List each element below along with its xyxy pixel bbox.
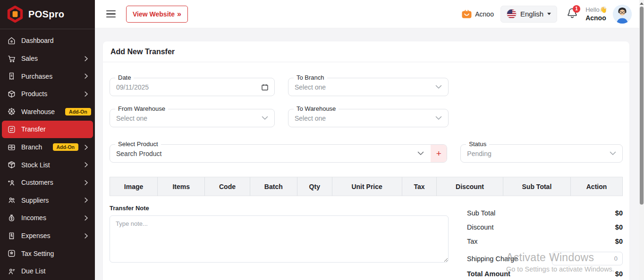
money-bag-icon bbox=[7, 214, 16, 222]
bottom-area: Transfer Note Sub Total $0 Discount $0 T… bbox=[103, 196, 629, 280]
sidebar-item-products[interactable]: Products bbox=[2, 85, 93, 103]
topbar: View Website » Acnoo English bbox=[95, 0, 644, 28]
sidebar: POSpro Dashboard Sales Purchases Product… bbox=[0, 0, 95, 280]
shipping-charge-input[interactable] bbox=[552, 252, 623, 265]
to-branch-select[interactable]: To Branch Select one bbox=[288, 78, 449, 96]
table-header-items: Items bbox=[158, 177, 205, 196]
total-row: Discount $0 bbox=[467, 223, 623, 231]
receipt-icon bbox=[7, 72, 16, 81]
page-title: Add New Transfer bbox=[110, 48, 622, 56]
us-flag-icon bbox=[507, 9, 517, 19]
notifications-button[interactable]: 1 bbox=[567, 7, 579, 21]
sidebar-item-dashboard[interactable]: Dashboard bbox=[2, 32, 93, 50]
scrollbar-up-arrow[interactable] bbox=[640, 2, 644, 5]
chevron-right-icon bbox=[85, 233, 88, 239]
transfer-note-label: Transfer Note bbox=[110, 205, 449, 212]
items-table-header: ImageItemsCodeBatchQtyUnit PriceTaxDisco… bbox=[110, 177, 623, 196]
addon-badge: Add-On bbox=[65, 108, 91, 116]
hamburger-menu-icon[interactable] bbox=[106, 10, 116, 17]
due-list-icon bbox=[7, 267, 16, 276]
total-amount-row: Total Amount $0 bbox=[467, 270, 623, 278]
table-header-action: Action bbox=[571, 177, 623, 196]
main-area: View Website » Acnoo English bbox=[95, 0, 644, 280]
chevron-right-icon bbox=[85, 162, 88, 167]
double-chevron-icon: » bbox=[177, 10, 181, 18]
table-header-code: Code bbox=[205, 177, 250, 196]
dashboard-home-icon bbox=[7, 36, 16, 45]
acnoo-store-icon bbox=[462, 10, 472, 18]
shipping-charge-row: Shipping Charge bbox=[467, 252, 623, 265]
totals-summary: Sub Total $0 Discount $0 Tax $0 Shipping… bbox=[467, 205, 623, 280]
content: Add New Transfer Date To Branch Select o… bbox=[95, 28, 644, 280]
sidebar-item-warehouse[interactable]: Warehouse Add-On bbox=[2, 103, 93, 121]
pospro-logo-icon bbox=[7, 6, 24, 23]
select-product-field[interactable]: Select Product Search Product + bbox=[110, 144, 447, 163]
table-header-qty: Qty bbox=[297, 177, 332, 196]
scrollbar-thumb[interactable] bbox=[640, 7, 644, 205]
table-header-discount: Discount bbox=[437, 177, 503, 196]
addon-badge: Add-On bbox=[53, 143, 79, 151]
chevron-right-icon bbox=[85, 215, 88, 221]
transfer-note-textarea[interactable] bbox=[110, 215, 449, 263]
suppliers-icon bbox=[7, 196, 16, 205]
chevron-right-icon bbox=[85, 198, 88, 203]
sidebar-item-customers[interactable]: Customers bbox=[2, 173, 93, 191]
sidebar-item-expenses[interactable]: Expenses bbox=[2, 227, 93, 245]
store-chip[interactable]: Acnoo bbox=[462, 10, 494, 18]
sidebar-item-transfer[interactable]: Transfer bbox=[2, 121, 93, 139]
waving-hand-icon: 👋 bbox=[600, 6, 607, 13]
user-avatar[interactable] bbox=[613, 5, 632, 24]
chevron-right-icon bbox=[85, 180, 88, 185]
total-row: Tax $0 bbox=[467, 238, 623, 245]
customers-icon bbox=[7, 178, 16, 187]
chevron-down-icon bbox=[435, 85, 442, 89]
from-warehouse-select[interactable]: From Warehouse Select one bbox=[110, 109, 275, 127]
status-select[interactable]: Status Pending bbox=[460, 144, 623, 163]
add-transfer-card: Add New Transfer Date To Branch Select o… bbox=[103, 41, 629, 280]
warehouse-gear-icon bbox=[7, 107, 16, 116]
sidebar-item-suppliers[interactable]: Suppliers bbox=[2, 191, 93, 209]
transfer-form: Date To Branch Select one bbox=[103, 62, 629, 163]
sidebar-header: POSpro bbox=[0, 0, 95, 29]
sidebar-item-branch[interactable]: Branch Add-On bbox=[2, 138, 93, 156]
brand-name: POSpro bbox=[28, 9, 64, 20]
view-website-button[interactable]: View Website » bbox=[126, 6, 188, 23]
stock-cube-icon bbox=[7, 160, 16, 169]
store-name: Acnoo bbox=[475, 10, 494, 18]
calendar-icon bbox=[262, 84, 268, 91]
username: Acnoo bbox=[585, 14, 607, 22]
transfer-icon bbox=[7, 125, 16, 134]
sidebar-menu: Dashboard Sales Purchases Products Wareh… bbox=[0, 29, 95, 280]
caret-down-icon bbox=[547, 13, 551, 15]
chevron-down-icon bbox=[610, 151, 616, 156]
sidebar-item-stock-list[interactable]: Stock List bbox=[2, 156, 93, 174]
language-label: English bbox=[520, 10, 543, 18]
chevron-down-icon bbox=[262, 116, 268, 120]
table-header-tax: Tax bbox=[402, 177, 437, 196]
expense-receipt-icon bbox=[7, 231, 16, 240]
vertical-scrollbar[interactable] bbox=[639, 0, 644, 280]
chevron-right-icon bbox=[85, 91, 88, 97]
user-greeting: Hello👋 Acnoo bbox=[585, 6, 607, 22]
chevron-down-icon bbox=[435, 116, 442, 120]
sidebar-item-purchases[interactable]: Purchases bbox=[2, 67, 93, 85]
language-selector[interactable]: English bbox=[500, 6, 557, 23]
table-header-sub-total: Sub Total bbox=[503, 177, 571, 196]
sidebar-item-incomes[interactable]: Incomes bbox=[2, 209, 93, 227]
branch-icon bbox=[7, 143, 16, 152]
table-header-batch: Batch bbox=[250, 177, 297, 196]
date-field[interactable]: Date bbox=[110, 78, 275, 96]
chevron-right-icon bbox=[85, 56, 88, 61]
chevron-right-icon bbox=[85, 74, 88, 79]
date-input[interactable] bbox=[116, 83, 262, 91]
sidebar-item-tax-setting[interactable]: Tax Setting bbox=[2, 245, 93, 263]
to-warehouse-select[interactable]: To Warehouse Select one bbox=[288, 109, 449, 127]
table-header-unit-price: Unit Price bbox=[332, 177, 402, 196]
sidebar-item-sales[interactable]: Sales bbox=[2, 49, 93, 67]
chevron-down-icon bbox=[417, 151, 424, 156]
sidebar-item-due-list[interactable]: Due List bbox=[2, 262, 93, 280]
table-header-image: Image bbox=[110, 177, 158, 196]
package-icon bbox=[7, 90, 16, 99]
notification-count-badge: 1 bbox=[573, 5, 580, 13]
add-product-button[interactable]: + bbox=[431, 145, 447, 162]
